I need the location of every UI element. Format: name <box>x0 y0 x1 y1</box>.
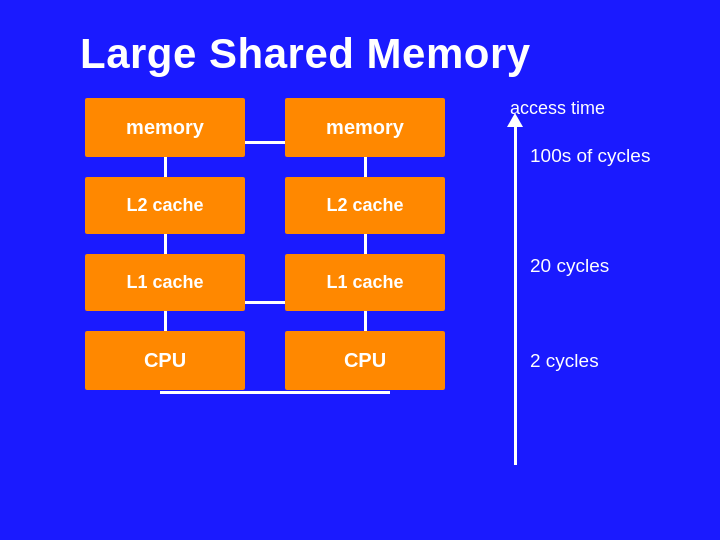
connector-l2-l1-1 <box>164 234 167 254</box>
column-1: memory L2 cache L1 cache CPU <box>80 98 250 390</box>
access-time-label: access time <box>510 98 605 119</box>
cycles-2: 2 cycles <box>530 350 599 372</box>
connector-mem-l2-1 <box>164 157 167 177</box>
access-time-area: access time 100s of cycles 20 cycles 2 c… <box>510 98 605 465</box>
memory-box-2: memory <box>285 98 445 157</box>
cycles-100s: 100s of cycles <box>530 145 650 167</box>
l2cache-box-2: L2 cache <box>285 177 445 234</box>
connector-l1-cpu-2 <box>364 311 367 331</box>
l1cache-box-2: L1 cache <box>285 254 445 311</box>
l1cache-box-1: L1 cache <box>85 254 245 311</box>
cycles-20: 20 cycles <box>530 255 609 277</box>
memory-box-1: memory <box>85 98 245 157</box>
column-2: memory L2 cache L1 cache CPU <box>280 98 450 390</box>
connector-l1-cpu-1 <box>164 311 167 331</box>
cpu-box-1: CPU <box>85 331 245 390</box>
access-time-arrow <box>514 125 517 465</box>
l2cache-box-1: L2 cache <box>85 177 245 234</box>
cpu-box-2: CPU <box>285 331 445 390</box>
connector-mem-l2-2 <box>364 157 367 177</box>
connector-l2-l1-2 <box>364 234 367 254</box>
page-title: Large Shared Memory <box>0 0 720 78</box>
